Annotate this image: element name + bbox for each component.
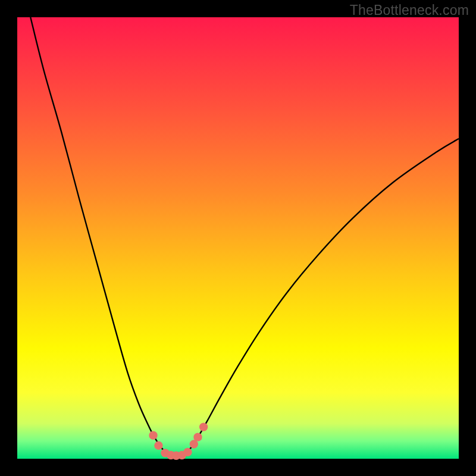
data-marker	[154, 441, 162, 450]
curve-right	[186, 139, 459, 453]
plot-area	[17, 17, 459, 459]
curve-left	[30, 17, 167, 453]
data-marker	[149, 431, 157, 439]
data-marker	[199, 422, 208, 431]
outer-frame: TheBottleneck.com	[0, 0, 476, 476]
data-marker	[193, 433, 202, 441]
data-marker	[183, 448, 192, 456]
chart-svg	[17, 17, 459, 459]
scatter-markers	[149, 422, 208, 460]
watermark-text: TheBottleneck.com	[350, 2, 469, 18]
